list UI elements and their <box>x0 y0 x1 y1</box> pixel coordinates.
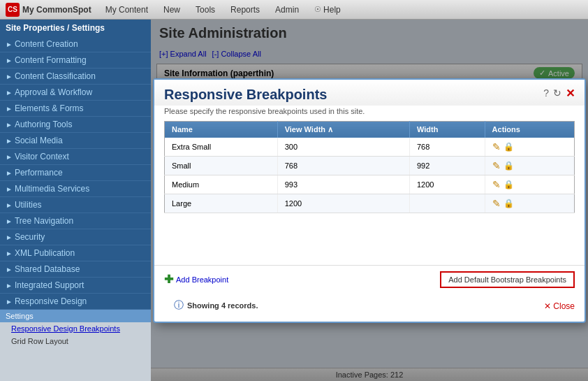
col-name[interactable]: Name <box>165 121 278 138</box>
sidebar-item-multimedia-services[interactable]: ► Multimedia Services <box>0 181 151 197</box>
sidebar-item-content-classification[interactable]: ► Content Classification <box>0 69 151 85</box>
sidebar-item-utilities[interactable]: ► Utilities <box>0 197 151 213</box>
sidebar-item-content-creation[interactable]: ► Content Creation <box>0 36 151 52</box>
sidebar-item-tree-navigation[interactable]: ► Tree Navigation <box>0 213 151 229</box>
row-width: 1200 <box>409 175 485 194</box>
sidebar-title: Site Properties / Settings <box>0 20 151 36</box>
modal-refresh-icon[interactable]: ↻ <box>553 87 561 99</box>
edit-icon[interactable]: ✎ <box>492 198 501 209</box>
delete-icon[interactable]: 🔒 <box>504 180 514 189</box>
modal-footer: ✚ Add Breakpoint Add Default Bootstrap B… <box>154 265 585 294</box>
sidebar-item-shared-database[interactable]: ► Shared Database <box>0 261 151 278</box>
arrow-icon: ► <box>6 185 13 193</box>
table-row: Small 768 992 ✎ 🔒 <box>165 156 575 175</box>
action-icons: ✎ 🔒 <box>492 179 567 190</box>
x-icon: ✕ <box>544 301 551 311</box>
edit-icon[interactable]: ✎ <box>492 160 501 171</box>
add-breakpoint-link[interactable]: ✚ Add Breakpoint <box>164 273 228 286</box>
plus-icon: ✚ <box>164 273 173 286</box>
sidebar-sub-grid-row-layout[interactable]: Grid Row Layout <box>0 335 151 347</box>
row-view-width: 993 <box>277 175 409 194</box>
edit-icon[interactable]: ✎ <box>492 141 501 152</box>
row-width <box>409 194 485 213</box>
action-icons: ✎ 🔒 <box>492 141 567 152</box>
table-row: Medium 993 1200 ✎ 🔒 <box>165 175 575 194</box>
table-row: Extra Small 300 768 ✎ 🔒 <box>165 138 575 157</box>
sidebar-item-performance[interactable]: ► Performance <box>0 165 151 181</box>
nav-my-content[interactable]: My Content <box>98 3 155 17</box>
row-actions: ✎ 🔒 <box>485 194 574 213</box>
arrow-icon: ► <box>6 233 13 241</box>
row-view-width: 768 <box>277 156 409 175</box>
nav-new[interactable]: New <box>156 3 187 17</box>
edit-icon[interactable]: ✎ <box>492 179 501 190</box>
row-view-width: 1200 <box>277 194 409 213</box>
arrow-icon: ► <box>6 217 13 225</box>
modal-header-icons: ? ↻ ✕ <box>543 87 575 100</box>
nav-admin[interactable]: Admin <box>268 3 306 17</box>
main-layout: Site Properties / Settings ► Content Cre… <box>0 20 588 381</box>
delete-icon[interactable]: 🔒 <box>504 199 514 208</box>
sidebar-item-content-formatting[interactable]: ► Content Formatting <box>0 52 151 69</box>
add-default-bootstrap-button[interactable]: Add Default Bootstrap Breakpoints <box>440 271 575 288</box>
arrow-icon: ► <box>6 153 13 161</box>
modal-close-link[interactable]: ✕ Close <box>544 301 575 311</box>
modal-x-close-icon[interactable]: ✕ <box>566 87 575 100</box>
nav-reports[interactable]: Reports <box>223 3 267 17</box>
modal-status: ⓘ Showing 4 records. <box>164 296 267 316</box>
sidebar-item-approval-workflow[interactable]: ► Approval & Workflow <box>0 85 151 101</box>
sidebar-item-xml-publication[interactable]: ► XML Publication <box>0 245 151 261</box>
top-navigation: CS My CommonSpot My Content New Tools Re… <box>0 0 588 20</box>
row-view-width: 300 <box>277 138 409 157</box>
table-row: Large 1200 ✎ 🔒 <box>165 194 575 213</box>
row-name: Extra Small <box>165 138 278 157</box>
arrow-icon: ► <box>6 73 13 80</box>
action-icons: ✎ 🔒 <box>492 198 567 209</box>
nav-help[interactable]: ☉ Help <box>307 3 348 17</box>
row-actions: ✎ 🔒 <box>485 156 574 175</box>
content-area: Site Administration [+] Expand All [-] C… <box>151 20 588 381</box>
nav-tools[interactable]: Tools <box>189 3 222 17</box>
sidebar-item-social-media[interactable]: ► Social Media <box>0 133 151 149</box>
action-icons: ✎ 🔒 <box>492 160 567 171</box>
modal-title: Responsive Breakpoints <box>164 87 327 103</box>
arrow-icon: ► <box>6 169 13 177</box>
arrow-icon: ► <box>6 266 13 273</box>
col-view-width[interactable]: View Width ∧ <box>277 121 409 138</box>
modal-overlay: Responsive Breakpoints ? ↻ ✕ Please spec… <box>151 20 588 381</box>
modal-bottom-bar: ⓘ Showing 4 records. ✕ Close <box>154 294 585 322</box>
arrow-icon: ► <box>6 105 13 113</box>
arrow-icon: ► <box>6 41 13 48</box>
row-width: 992 <box>409 156 485 175</box>
col-width[interactable]: Width <box>409 121 485 138</box>
record-count: Showing 4 records. <box>187 301 258 310</box>
breakpoints-table: Name View Width ∧ Width Actions Extra Sm… <box>164 121 575 213</box>
modal-help-icon[interactable]: ? <box>543 87 549 99</box>
delete-icon[interactable]: 🔒 <box>504 142 514 152</box>
logo-icon: CS <box>6 3 20 17</box>
delete-icon[interactable]: 🔒 <box>504 161 514 171</box>
sidebar-settings-section: Settings <box>0 310 151 322</box>
row-actions: ✎ 🔒 <box>485 175 574 194</box>
sidebar-item-responsive-design[interactable]: ► Responsive Design <box>0 294 151 310</box>
row-actions: ✎ 🔒 <box>485 138 574 157</box>
row-name: Large <box>165 194 278 213</box>
modal-body: Name View Width ∧ Width Actions Extra Sm… <box>154 121 585 265</box>
sidebar-item-authoring-tools[interactable]: ► Authoring Tools <box>0 117 151 133</box>
arrow-icon: ► <box>6 89 13 96</box>
arrow-icon: ► <box>6 57 13 64</box>
close-label: Close <box>553 301 575 311</box>
arrow-icon: ► <box>6 137 13 145</box>
sidebar-item-elements-forms[interactable]: ► Elements & Forms <box>0 101 151 117</box>
sidebar-item-security[interactable]: ► Security <box>0 229 151 245</box>
sidebar-sub-responsive-breakpoints[interactable]: Responsive Design Breakpoints <box>0 322 151 335</box>
add-breakpoint-label: Add Breakpoint <box>176 275 228 284</box>
row-name: Medium <box>165 175 278 194</box>
logo-text: My CommonSpot <box>22 5 91 15</box>
row-name: Small <box>165 156 278 175</box>
sidebar-item-integrated-support[interactable]: ► Integrated Support <box>0 278 151 294</box>
arrow-icon: ► <box>6 250 13 257</box>
arrow-icon: ► <box>6 282 13 289</box>
logo[interactable]: CS My CommonSpot <box>6 3 91 17</box>
sidebar-item-visitor-context[interactable]: ► Visitor Context <box>0 149 151 165</box>
